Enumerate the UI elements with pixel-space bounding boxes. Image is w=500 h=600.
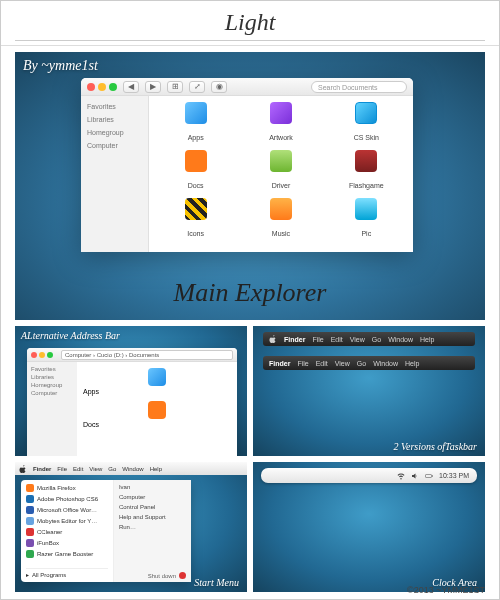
minimize-icon[interactable] — [39, 352, 45, 358]
menu-help[interactable]: Help — [150, 466, 162, 472]
menu-view[interactable]: View — [89, 466, 102, 472]
folder-driver[interactable]: Driver — [270, 150, 292, 198]
menubar-app[interactable]: Finder — [33, 466, 51, 472]
sidebar-item-libraries[interactable]: Libraries — [81, 113, 148, 126]
folder-apps[interactable]: Apps — [83, 368, 231, 395]
menu-file[interactable]: File — [57, 466, 67, 472]
maximize-icon[interactable] — [109, 83, 117, 91]
close-icon[interactable] — [31, 352, 37, 358]
start-computer[interactable]: Computer — [119, 494, 186, 500]
folder-docs[interactable]: Docs — [185, 150, 207, 198]
menubar[interactable]: Finder File Edit View Go Window Help — [15, 462, 247, 475]
start-item-word[interactable]: Microsoft Office Wor… — [26, 506, 108, 514]
battery-icon[interactable] — [425, 472, 433, 480]
razer-icon — [26, 550, 34, 558]
folder-grid: Apps Artwork CS Skin Docs Driver Flashga… — [149, 96, 413, 252]
preview-button[interactable]: ◉ — [211, 81, 227, 93]
menu-window[interactable]: Window — [373, 360, 398, 367]
menu-view[interactable]: View — [335, 360, 350, 367]
ifunbox-icon — [26, 539, 34, 547]
expand-button[interactable]: ⤢ — [189, 81, 205, 93]
alt-address-panel: ALternative Address Bar Computer › Cucio… — [15, 326, 247, 456]
menu-window[interactable]: Window — [388, 336, 413, 343]
sidebar-item-libraries[interactable]: Libraries — [31, 373, 73, 381]
apps-icon — [148, 368, 166, 386]
theme-title: Light — [1, 9, 499, 36]
wifi-icon[interactable] — [397, 472, 405, 480]
start-item-razer[interactable]: Razer Game Booster — [26, 550, 108, 558]
music-icon — [270, 198, 292, 220]
alt-titlebar: Computer › Cucio (D:) › Documents — [27, 348, 237, 362]
photoshop-icon — [26, 495, 34, 503]
menu-edit[interactable]: Edit — [73, 466, 83, 472]
page-header: Light — [1, 1, 499, 46]
folder-cs-skin[interactable]: CS Skin — [354, 102, 379, 150]
menu-edit[interactable]: Edit — [331, 336, 343, 343]
folder-artwork[interactable]: Artwork — [269, 102, 293, 150]
clock-bar: 10:33 PM — [261, 468, 477, 483]
menu-edit[interactable]: Edit — [316, 360, 328, 367]
sidebar-item-favorites[interactable]: Favorites — [31, 365, 73, 373]
start-left-column: Mozilla Firefox Adobe Photoshop CS6 Micr… — [21, 480, 114, 582]
taskbar-panel: Finder File Edit View Go Window Help Fin… — [253, 326, 485, 456]
start-right-column: Ivan Computer Control Panel Help and Sup… — [114, 480, 191, 582]
volume-icon[interactable] — [411, 472, 419, 480]
docs-icon — [185, 150, 207, 172]
sidebar-item-homegroup[interactable]: Homegroup — [81, 126, 148, 139]
folder-flashgame[interactable]: Flashgame — [349, 150, 384, 198]
search-input[interactable]: Search Documents — [311, 81, 407, 93]
menu-view[interactable]: View — [350, 336, 365, 343]
back-button[interactable]: ◀ — [123, 81, 139, 93]
all-programs[interactable]: ▸ All Programs — [26, 568, 108, 578]
folder-music[interactable]: Music — [270, 198, 292, 246]
folder-pic[interactable]: Pic — [355, 198, 377, 246]
sidebar-item-computer[interactable]: Computer — [81, 139, 148, 152]
menu-help[interactable]: Help — [420, 336, 434, 343]
shutdown-button[interactable]: Shut down — [148, 572, 186, 579]
start-item-photoshop[interactable]: Adobe Photoshop CS6 — [26, 495, 108, 503]
maximize-icon[interactable] — [47, 352, 53, 358]
menu-go[interactable]: Go — [108, 466, 116, 472]
sidebar-item-favorites[interactable]: Favorites — [81, 100, 148, 113]
menu-go[interactable]: Go — [357, 360, 366, 367]
taskbar-label: 2 Versions ofTaskbar — [393, 441, 477, 452]
sidebar-item-homegroup[interactable]: Homegroup — [31, 381, 73, 389]
flashgame-icon — [355, 150, 377, 172]
pic-icon — [355, 198, 377, 220]
start-item-firefox[interactable]: Mozilla Firefox — [26, 484, 108, 492]
folder-docs[interactable]: Docs — [83, 401, 231, 428]
folder-icons[interactable]: Icons — [185, 198, 207, 246]
power-icon — [179, 572, 186, 579]
view-grid-button[interactable]: ⊞ — [167, 81, 183, 93]
titlebar: ◀ ▶ ⊞ ⤢ ◉ Search Documents — [81, 78, 413, 96]
menu-app-label[interactable]: Finder — [284, 336, 305, 343]
taskbar-variant-2[interactable]: Finder File Edit View Go Window Help — [263, 356, 475, 370]
docs-icon — [148, 401, 166, 419]
menu-file[interactable]: File — [297, 360, 308, 367]
minimize-icon[interactable] — [98, 83, 106, 91]
menu-window[interactable]: Window — [122, 466, 143, 472]
sidebar-item-computer[interactable]: Computer — [31, 389, 73, 397]
breadcrumb[interactable]: Computer › Cucio (D:) › Documents — [61, 350, 233, 360]
close-icon[interactable] — [87, 83, 95, 91]
start-user[interactable]: Ivan — [119, 484, 186, 490]
start-control-panel[interactable]: Control Panel — [119, 504, 186, 510]
forward-button[interactable]: ▶ — [145, 81, 161, 93]
cs-skin-icon — [355, 102, 377, 124]
taskbar-variant-1[interactable]: Finder File Edit View Go Window Help — [263, 332, 475, 346]
start-item-ifunbox[interactable]: iFunBox — [26, 539, 108, 547]
alt-address-label: ALternative Address Bar — [21, 330, 241, 341]
menu-go[interactable]: Go — [372, 336, 381, 343]
divider — [15, 40, 485, 41]
start-run[interactable]: Run… — [119, 524, 186, 530]
clock-time[interactable]: 10:33 PM — [439, 472, 469, 479]
start-item-ccleaner[interactable]: CCleaner — [26, 528, 108, 536]
menu-app-label[interactable]: Finder — [269, 360, 290, 367]
menu-help[interactable]: Help — [405, 360, 419, 367]
apple-icon[interactable] — [269, 335, 277, 343]
menu-file[interactable]: File — [312, 336, 323, 343]
start-item-mobytes[interactable]: Mobytes Editor for Y… — [26, 517, 108, 525]
apple-icon[interactable] — [19, 465, 27, 473]
folder-apps[interactable]: Apps — [185, 102, 207, 150]
start-help[interactable]: Help and Support — [119, 514, 186, 520]
